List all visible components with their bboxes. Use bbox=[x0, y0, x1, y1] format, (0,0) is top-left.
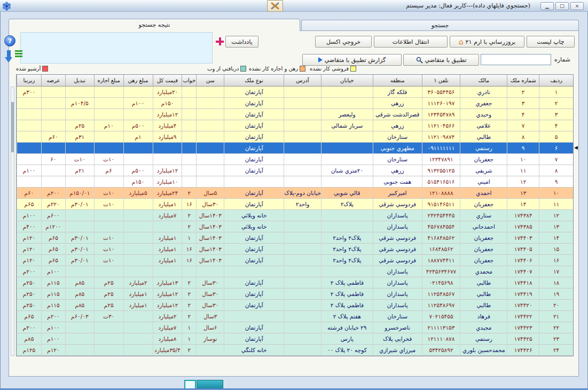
excel-export-button[interactable]: خروجي اکسل bbox=[315, 36, 372, 48]
column-header[interactable]: آدرس bbox=[284, 75, 321, 87]
cell: ۱۲۳۴۵۴۷۸۹ bbox=[422, 109, 460, 120]
table-row[interactable]: ۲۳۱۷۴۴۲۵رستمي۱۲۱۱۱۰۸۷۸فخرايي پلاکپارسآپا… bbox=[17, 333, 573, 345]
cell: ۱۵ bbox=[539, 244, 573, 255]
cell: ۱۰ت bbox=[94, 255, 123, 266]
table-row[interactable]: ۴۷علامي۱۱۲۱۰۴۵۶۶زرهيسرباز شماليآپارتمان۴… bbox=[17, 120, 573, 131]
cell: ۱ bbox=[182, 322, 196, 333]
table-row[interactable]: ۱۱۱۴جعفريان۹۱۵۱۴۶۵۱۱فردوسي شرقيپلاک۲واحد… bbox=[17, 199, 573, 210]
add-note-plus-icon[interactable] bbox=[216, 37, 224, 45]
column-header[interactable]: تلفن ۱ bbox=[422, 75, 460, 87]
cell: خانه ويلائي bbox=[224, 210, 284, 221]
help-icon[interactable]: ? bbox=[4, 35, 15, 46]
note-button[interactable]: يادداشت bbox=[225, 36, 258, 48]
cell bbox=[94, 131, 123, 143]
scrollbar-thumb[interactable] bbox=[11, 102, 14, 152]
minimize-button[interactable]: ▁ bbox=[540, 2, 554, 10]
cell: مجيدي bbox=[460, 322, 507, 333]
cell: پاسداران bbox=[373, 277, 422, 288]
table-row[interactable]: ۱۵۱۷۴۴۰۵جعفريان۱۶۸۴۸۵۶۲فردوسي شرقيپلاک۲ … bbox=[17, 244, 573, 255]
cell bbox=[284, 266, 321, 277]
note-textarea[interactable] bbox=[20, 32, 213, 64]
table-row[interactable]: ۲۳جعفري۱۱۱۲۶۰۱۹۷زرهيآپارتمان۱۵۰م۱۰۰م۱۰۴/… bbox=[17, 98, 573, 109]
table-row[interactable]: ۱۰۱۳احمدي۱۲۱۰۸۸۸۸اميرکبيرقالي شوييخيابان… bbox=[17, 188, 573, 199]
cell: آپارتمان bbox=[224, 199, 284, 210]
table-row[interactable]: ۱۳۱۷۴۳۸۵احمدجاني۴۵۶۷۸۴۵۵۴پاسدارانخانه وي… bbox=[17, 221, 573, 232]
cell bbox=[284, 255, 321, 266]
column-header[interactable]: خيابان bbox=[321, 75, 373, 87]
tab-search-result[interactable]: نتيجه جستجو bbox=[9, 19, 300, 31]
cell bbox=[123, 154, 153, 165]
table-row[interactable]: ۹۱۲اميني۵۱۵۴۱۶۵۱۶همت جنوبي۱۰ميليارد۱۵۰م bbox=[17, 176, 573, 188]
transfer-data-button[interactable]: انتقال اطلاعات bbox=[374, 36, 448, 48]
table-row[interactable]: ۲۲۱۷۴۴۲۳مجيدي۲۱۱۱۱۳۱۵۳ناصرخسرو۲۹ خيابان … bbox=[17, 322, 573, 333]
cell: ۱ميليارد bbox=[153, 199, 182, 210]
tools-button[interactable] bbox=[267, 0, 283, 12]
import-from-web-icon[interactable] bbox=[3, 49, 23, 66]
number-input[interactable] bbox=[481, 54, 551, 65]
cell: ۱۰۴/۵م bbox=[65, 98, 94, 109]
cell: ۱۲۰م bbox=[17, 255, 41, 266]
cell: ۱۲۱۱۱۰۸۷۸ bbox=[422, 333, 460, 345]
print-list-button[interactable]: چاپ ليست bbox=[527, 36, 575, 48]
cell: احمدي bbox=[460, 188, 507, 199]
table-row[interactable]: ۵۸طالبي۱۱۲۱۰۹۸۷۴ستارخانآپارتمان۹ميليارد۱… bbox=[17, 131, 573, 143]
maximize-button[interactable]: □ bbox=[555, 2, 569, 10]
cell: زرهي bbox=[373, 98, 422, 109]
table-row[interactable]: ۲۱۱۷۴۴۲۲فرهاد۷۰۲۱۵۴۵۵ستارخانهفتم پلاک ۲۳… bbox=[17, 311, 573, 322]
cell bbox=[94, 322, 123, 333]
cell: آپارتمان bbox=[224, 87, 284, 98]
column-header[interactable]: قيمت کل bbox=[153, 75, 182, 87]
tab-search[interactable]: جستجو bbox=[301, 20, 579, 31]
table-row[interactable]: ۲۴۱۷۴۴۲۶محمدحسين بلوري۵۳۴۲۵۸۹۲ميرزاي شير… bbox=[17, 345, 573, 356]
column-header[interactable]: خواب bbox=[182, 75, 196, 87]
column-header[interactable]: تبديل bbox=[65, 75, 94, 87]
match-report-button[interactable]: گزارش تطبيق با متقاضي bbox=[302, 54, 402, 66]
column-header[interactable]: رديف bbox=[539, 75, 573, 87]
cell bbox=[17, 176, 41, 188]
cell bbox=[94, 109, 123, 120]
cell: ۶۰م bbox=[17, 188, 41, 199]
table-row[interactable]: ۱۶۱۷۴۴۰۶جعفريان۱۸۸۷۷۴۴۱۱فردوسي شرقيپلاک۲… bbox=[17, 255, 573, 266]
update-arm21-button[interactable]: بروزرساني با ارم ۲۱ ⌂ bbox=[450, 36, 524, 48]
column-header[interactable]: منطقه bbox=[373, 75, 422, 87]
table-row[interactable]: ۱۸۱۷۴۴۱۸طالبي۰۲۱۴۵۶۹۸پاسدارانفاطمي پلاک … bbox=[17, 277, 573, 288]
down-arrow-icon bbox=[7, 50, 11, 57]
cell: ۱۷۴۴۲۵ bbox=[507, 333, 539, 345]
column-header[interactable]: شماره ملک bbox=[507, 75, 539, 87]
table-row[interactable]: ۱۴۱۷۴۴۰۳جعفريان۴۱۶۸۴۸۵۶۲فردوسي شرقيپلاک۲… bbox=[17, 232, 573, 244]
column-header[interactable]: عرصه bbox=[41, 75, 65, 87]
cell: ۶۵م bbox=[41, 255, 65, 266]
column-header[interactable]: مبلغ رهن bbox=[123, 75, 153, 87]
table-row[interactable]: ۳۴وحيدي۱۲۳۴۵۴۷۸۹قصرالدشت شرقيوليعصرآپارت… bbox=[17, 109, 573, 120]
table-row[interactable]: ۱۹۱۷۴۴۱۹طالبي۱۱۲۵۴۸۵۶۷پاسدارانفاطمي پلاک… bbox=[17, 288, 573, 300]
cell bbox=[65, 322, 94, 333]
column-header[interactable]: نوع ملک bbox=[224, 75, 284, 87]
table-row[interactable]: ۷۱۰جعفريان۱۲۳۴۷۸۹۱ستارخانآپارتمان۱۰ت۱۰ت۶… bbox=[17, 154, 573, 165]
cell: ۲ bbox=[182, 221, 196, 232]
cell bbox=[321, 98, 373, 109]
table-row[interactable]: ۱۷۱۷۴۴۰۷محمدي۴۲۴۵۶۳۴۶۷۷پاسداران۱۰۰م۲۰۰م bbox=[17, 266, 573, 277]
cell bbox=[284, 87, 321, 98]
cell: آپارتمان bbox=[224, 244, 284, 255]
cell bbox=[94, 98, 123, 109]
close-button[interactable]: × bbox=[570, 2, 584, 10]
cell: ۱ bbox=[182, 333, 196, 345]
cell: ۲۰۰م bbox=[17, 322, 41, 333]
column-header[interactable]: زيربنا bbox=[17, 75, 41, 87]
table-row[interactable]: ۶۹رستمي۰۹۱۱۱۱۱۱۱مطهري جنوبيآپارتمان bbox=[17, 143, 573, 154]
table-row[interactable]: ۲۰۱۷۴۴۲۰طالبي۱۱۲۵۴۸۶۹۷پاسدارانفاطمي پلاک… bbox=[17, 300, 573, 311]
cell: ۱۷ bbox=[539, 266, 573, 277]
cell: ۱۰ميليارد bbox=[153, 176, 182, 188]
table-row[interactable]: ۸۱۱شريفي۹۱۳۲۵۵۱۲۵زرهي۲۰متري شبانآپارتمان… bbox=[17, 165, 573, 176]
table-row[interactable]: ۱۲۱۷۴۳۸۴ستاري۲۴۲۴۵۴۴۴۵پاسدارانخانه ويلائ… bbox=[17, 210, 573, 221]
cell: ۱۲ bbox=[539, 210, 573, 221]
column-header[interactable]: مبلغ اجاره bbox=[94, 75, 123, 87]
cell: پاسداران bbox=[373, 300, 422, 311]
vertical-scrollbar[interactable] bbox=[11, 87, 14, 356]
column-header[interactable]: سن bbox=[196, 75, 224, 87]
cell: ۳۰/۰۱م bbox=[65, 232, 94, 244]
column-header[interactable]: مالک bbox=[460, 75, 507, 87]
match-applicant-button[interactable]: تطبيق با متقاضي bbox=[403, 54, 479, 66]
table-row[interactable]: ۱۲نادري۳۶۰۵۵۴۴۵۶فلکه گازآپارتمان۲۰ميليار… bbox=[17, 87, 573, 98]
cell: آپارتمان bbox=[224, 143, 284, 154]
